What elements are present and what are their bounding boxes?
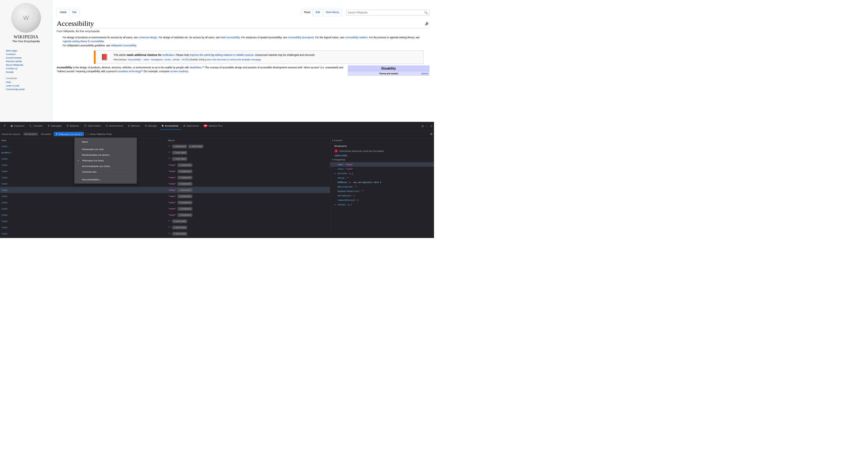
- prop-description[interactable]: description: "": [330, 184, 434, 189]
- tab-style-editor[interactable]: {}Style Editor: [82, 123, 103, 130]
- search-input[interactable]: [348, 11, 425, 14]
- disabilities-link[interactable]: disabilities: [190, 66, 202, 69]
- infobox-show-link[interactable]: [show]: [422, 72, 428, 75]
- tree-row[interactable]: link:"show"ⓘkeyboard: [0, 206, 330, 212]
- prop-keyboard-shortcut[interactable]: keyboardShortcut: "": [330, 189, 434, 194]
- hatnote-link[interactable]: Wikipedia:Accessibility: [111, 44, 136, 47]
- tree-row[interactable]: link:""ⓘkeyboardⓘtext label: [0, 143, 330, 149]
- sim-option-achromatopsia[interactable]: Achromatopsia (no color): [75, 163, 137, 169]
- name-cell: "show"ⓘkeyboard: [166, 213, 330, 217]
- simulate-dropdown[interactable]: 👁 Tritanopia (no blue) ▾: [54, 132, 83, 135]
- tab-performance[interactable]: ◷Performance: [103, 123, 125, 130]
- tab-storage[interactable]: ⛁Storage: [143, 123, 159, 130]
- tab-inspector[interactable]: ▣Inspector: [9, 123, 27, 130]
- prop-states[interactable]: ▸states: […]: [330, 202, 434, 207]
- prop-role[interactable]: role: "link": [330, 167, 434, 171]
- tree-row[interactable]: link:"show"ⓘkeyboard: [0, 181, 330, 187]
- tree-row[interactable]: link:"show"ⓘkeyboard: [0, 174, 330, 181]
- tab-memory[interactable]: ⊟Memory: [126, 123, 142, 130]
- prop-index-in-parent[interactable]: indexInParent: 1: [330, 198, 434, 202]
- learn-remove-link[interactable]: Learn how and when to remove this templa…: [206, 58, 260, 61]
- sidebar-link[interactable]: About Wikipedia: [6, 63, 46, 67]
- logo[interactable]: W WIKIPEDIA The Free Encyclopedia: [6, 3, 46, 43]
- responsive-icon[interactable]: ⧉: [422, 125, 424, 127]
- prop-name[interactable]: name: "show": [330, 162, 434, 167]
- tree-row[interactable]: graphic:""ⓘtext label: [0, 149, 330, 156]
- adding-citations-link[interactable]: adding citations to reliable sources: [215, 54, 253, 57]
- tab-accessibility[interactable]: ✱Accessibility: [159, 123, 181, 130]
- tree-row[interactable]: link:"show"ⓘkeyboard: [0, 193, 330, 199]
- close-icon[interactable]: ✕: [430, 125, 432, 127]
- find-scholar[interactable]: scholar: [173, 58, 180, 61]
- tabbing-order-checkbox[interactable]: Show Tabbing Order: [86, 133, 112, 135]
- sidebar-link[interactable]: Contents: [6, 53, 46, 56]
- sidebar-link[interactable]: Learn to edit: [6, 84, 46, 88]
- sidebar-link[interactable]: Donate: [6, 70, 46, 74]
- screen-readers-link[interactable]: screen readers: [170, 70, 187, 73]
- improve-link[interactable]: improve this article: [190, 54, 211, 57]
- properties-header[interactable]: ▾Properties: [330, 157, 434, 163]
- info-icon: ⓘ: [174, 145, 176, 148]
- sidebar-link[interactable]: Random article: [6, 60, 46, 63]
- find-newspapers[interactable]: newspapers: [151, 58, 163, 61]
- tab-talk[interactable]: Talk: [69, 9, 80, 16]
- sim-option-deuteranopia[interactable]: Deuteranopia (no green): [75, 152, 137, 158]
- tab-console[interactable]: >_Console: [27, 123, 44, 130]
- tree-row[interactable]: link:"show"ⓘkeyboard: [0, 199, 330, 206]
- tab-edit[interactable]: Edit: [313, 9, 323, 16]
- prop-value[interactable]: value: "": [330, 176, 434, 180]
- sidebar-link[interactable]: Community portal: [6, 88, 46, 91]
- tab-history[interactable]: View history: [323, 9, 342, 16]
- tab-adblock[interactable]: ABPAdblock Plus: [202, 122, 225, 130]
- sidebar-link[interactable]: Help: [6, 80, 46, 84]
- sim-option-tritanopia[interactable]: Tritanopia (no blue): [75, 158, 137, 163]
- tab-network[interactable]: ⇅Network: [65, 123, 81, 130]
- tree-row[interactable]: link:"show"ⓘkeyboard: [0, 187, 330, 193]
- find-news[interactable]: news: [144, 58, 149, 61]
- tree-row[interactable]: link:""ⓘtext label: [0, 231, 330, 237]
- inspect-element-button[interactable]: ⇱: [2, 123, 8, 130]
- accessibility-icon: ✱: [161, 125, 164, 128]
- hatnote-link[interactable]: Accessibility (transport): [288, 36, 314, 39]
- assistive-tech-link[interactable]: assistive technology: [118, 70, 141, 73]
- audio-icon[interactable]: 🔊: [425, 21, 430, 26]
- hatnote-link[interactable]: Accessibility relation: [345, 36, 368, 39]
- tagline: The Free Encyclopedia: [6, 40, 46, 43]
- hatnote-link[interactable]: Universal design: [138, 36, 157, 39]
- namespace-tabs: Article Talk: [57, 9, 80, 16]
- kebab-icon[interactable]: ⋯: [426, 125, 428, 127]
- target-icon[interactable]: ⊕: [380, 181, 381, 183]
- sidebar-link[interactable]: Current events: [6, 56, 46, 60]
- search-box[interactable]: 🔍: [346, 9, 430, 15]
- hatnote-link[interactable]: Web accessibility: [221, 36, 240, 39]
- prop-actions[interactable]: ▸actions: […]: [330, 171, 434, 176]
- sidebar-link[interactable]: Main page: [6, 49, 46, 53]
- find-jstor[interactable]: JSTOR: [182, 58, 189, 61]
- tree-row[interactable]: link:""ⓘtext label: [0, 218, 330, 224]
- verification-link[interactable]: verification: [162, 54, 174, 57]
- prop-child-count[interactable]: childCount: 1: [330, 194, 434, 198]
- sim-option-none[interactable]: None: [75, 139, 137, 145]
- tree-row[interactable]: link:""ⓘtext label: [0, 156, 330, 162]
- sim-option-protanopia[interactable]: Protanopia (no red): [75, 146, 137, 152]
- tree-row[interactable]: link:"show"ⓘkeyboard: [0, 168, 330, 174]
- sim-documentation[interactable]: Documentation…: [75, 177, 137, 182]
- tree-row[interactable]: link:"show"ⓘkeyboard: [0, 162, 330, 168]
- tree-row[interactable]: link:"show"ⓘkeyboard: [0, 212, 330, 218]
- tree-row[interactable]: link:""ⓘtext label: [0, 224, 330, 231]
- tab-application[interactable]: ⊞Application: [181, 123, 201, 130]
- find-books[interactable]: books: [165, 58, 171, 61]
- checks-header[interactable]: ▾Checks: [330, 138, 434, 143]
- sidebar-link[interactable]: Contact us: [6, 67, 46, 70]
- tab-read[interactable]: Read: [301, 9, 313, 16]
- prop-domnode[interactable]: DOMNode: a.mw-collapsible-text ⊕: [330, 180, 434, 184]
- sim-option-contrast[interactable]: Contrast loss: [75, 169, 137, 175]
- tab-debugger[interactable]: ⏸Debugger: [45, 123, 64, 130]
- find-acc[interactable]: "Accessibility": [128, 58, 141, 61]
- learn-more-link[interactable]: Learn more: [330, 153, 434, 157]
- search-icon[interactable]: 🔍: [424, 11, 428, 14]
- tab-article[interactable]: Article: [57, 9, 70, 16]
- hatnote-link[interactable]: Agenda-setting theory § Accessibility: [63, 40, 104, 43]
- gear-icon[interactable]: ⚙: [430, 133, 433, 136]
- check-issues-dropdown[interactable]: All Issues ▾: [23, 132, 38, 135]
